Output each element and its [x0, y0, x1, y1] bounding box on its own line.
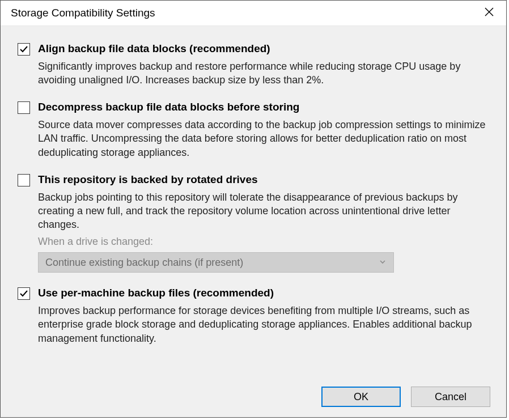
drive-action-value: Continue existing backup chains (if pres…: [45, 257, 243, 269]
align-desc: Significantly improves backup and restor…: [38, 60, 490, 87]
option-rotated: This repository is backed by rotated dri…: [18, 173, 490, 273]
rotated-body: This repository is backed by rotated dri…: [38, 173, 490, 273]
per-machine-title: Use per-machine backup files (recommende…: [38, 286, 490, 300]
align-title: Align backup file data blocks (recommend…: [38, 42, 490, 56]
dialog-window: Storage Compatibility Settings Align bac…: [0, 0, 507, 418]
chevron-down-icon: [379, 257, 387, 269]
per-machine-body: Use per-machine backup files (recommende…: [38, 286, 490, 345]
button-row: OK Cancel: [18, 381, 490, 407]
decompress-title: Decompress backup file data blocks befor…: [38, 100, 490, 114]
close-icon: [484, 7, 494, 20]
per-machine-desc: Improves backup performance for storage …: [38, 304, 490, 345]
check-icon: [19, 289, 28, 298]
dialog-content: Align backup file data blocks (recommend…: [1, 26, 506, 417]
per-machine-checkbox[interactable]: [18, 287, 30, 300]
decompress-checkbox[interactable]: [18, 101, 30, 114]
decompress-desc: Source data mover compresses data accord…: [38, 118, 490, 159]
align-body: Align backup file data blocks (recommend…: [38, 42, 490, 87]
option-per-machine: Use per-machine backup files (recommende…: [18, 286, 490, 345]
check-icon: [19, 45, 28, 54]
option-align: Align backup file data blocks (recommend…: [18, 42, 490, 87]
align-checkbox[interactable]: [18, 43, 30, 56]
rotated-sub-label: When a drive is changed:: [38, 236, 490, 248]
cancel-button[interactable]: Cancel: [411, 387, 490, 407]
rotated-desc: Backup jobs pointing to this repository …: [38, 190, 490, 232]
ok-button[interactable]: OK: [321, 387, 401, 407]
drive-action-select: Continue existing backup chains (if pres…: [38, 252, 394, 273]
window-title: Storage Compatibility Settings: [11, 7, 155, 19]
decompress-body: Decompress backup file data blocks befor…: [38, 100, 490, 159]
rotated-checkbox[interactable]: [18, 174, 30, 186]
close-button[interactable]: [481, 5, 497, 21]
titlebar: Storage Compatibility Settings: [1, 1, 506, 26]
option-decompress: Decompress backup file data blocks befor…: [18, 100, 490, 159]
rotated-title: This repository is backed by rotated dri…: [38, 173, 490, 187]
